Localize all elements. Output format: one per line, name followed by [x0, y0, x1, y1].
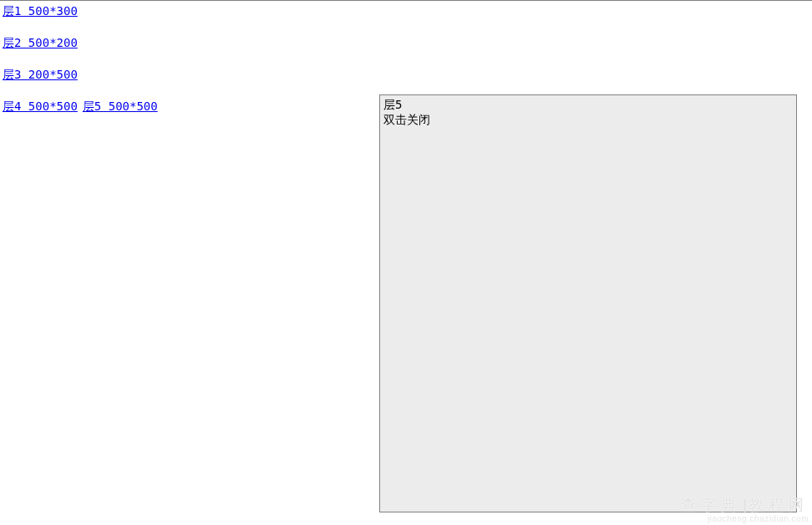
link-row-3: 层3 200*500 [3, 67, 809, 82]
layer-panel[interactable]: 层5 双击关闭 [379, 94, 797, 512]
panel-title: 层5 [383, 97, 793, 112]
window-top-border [0, 0, 812, 1]
link-layer1[interactable]: 层1 500*300 [3, 4, 78, 18]
link-layer5[interactable]: 层5 500*500 [83, 99, 158, 113]
link-layer2[interactable]: 层2 500*200 [3, 36, 78, 49]
watermark-url: jiaocheng.chazidian.com [681, 514, 809, 523]
link-layer4[interactable]: 层4 500*500 [3, 99, 78, 113]
link-layer3[interactable]: 层3 200*500 [3, 68, 78, 81]
link-row-1: 层1 500*300 [3, 3, 809, 18]
panel-hint: 双击关闭 [383, 112, 793, 127]
link-row-2: 层2 500*200 [3, 35, 809, 50]
